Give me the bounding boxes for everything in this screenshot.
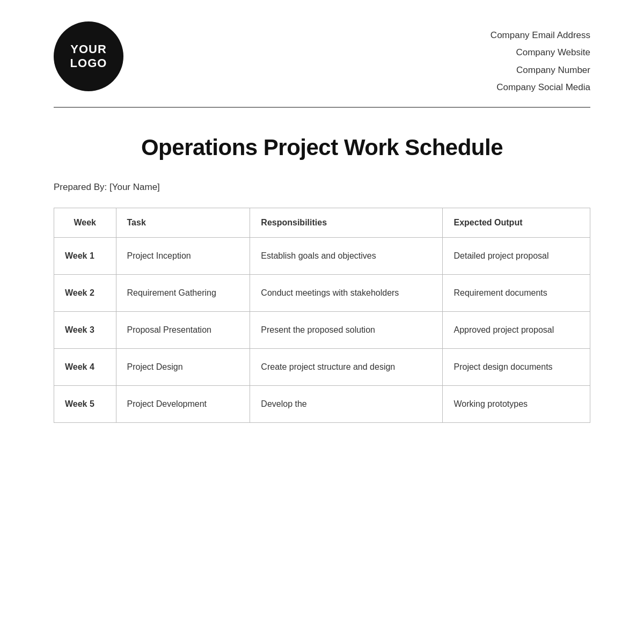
cell-task-1: Requirement Gathering	[116, 275, 250, 312]
cell-expected-output-3: Project design documents	[443, 349, 590, 386]
table-row: Week 5Project DevelopmentDevelop theWork…	[54, 386, 590, 423]
cell-expected-output-2: Approved project proposal	[443, 312, 590, 349]
company-info-item-1: Company Website	[491, 44, 590, 61]
cell-week-2: Week 3	[54, 312, 116, 349]
cell-responsibilities-4: Develop the	[250, 386, 443, 423]
cell-week-0: Week 1	[54, 238, 116, 275]
cell-expected-output-4: Working prototypes	[443, 386, 590, 423]
cell-task-3: Project Design	[116, 349, 250, 386]
cell-responsibilities-0: Establish goals and objectives	[250, 238, 443, 275]
company-info: Company Email AddressCompany WebsiteComp…	[491, 27, 590, 96]
title-section: Operations Project Work Schedule	[54, 135, 590, 160]
col-header-expected-output: Expected Output	[443, 208, 590, 238]
col-header-week: Week	[54, 208, 116, 238]
header: YOUR LOGO Company Email AddressCompany W…	[54, 21, 590, 96]
cell-week-4: Week 5	[54, 386, 116, 423]
company-info-item-3: Company Social Media	[491, 79, 590, 96]
table-row: Week 4Project DesignCreate project struc…	[54, 349, 590, 386]
company-info-item-0: Company Email Address	[491, 27, 590, 44]
col-header-task: Task	[116, 208, 250, 238]
header-divider	[54, 107, 590, 108]
logo: YOUR LOGO	[54, 21, 123, 91]
schedule-table: Week Task Responsibilities Expected Outp…	[54, 208, 590, 423]
table-header-row: Week Task Responsibilities Expected Outp…	[54, 208, 590, 238]
cell-responsibilities-3: Create project structure and design	[250, 349, 443, 386]
table-row: Week 2Requirement GatheringConduct meeti…	[54, 275, 590, 312]
cell-responsibilities-2: Present the proposed solution	[250, 312, 443, 349]
page: YOUR LOGO Company Email AddressCompany W…	[0, 0, 644, 644]
prepared-by: Prepared By: [Your Name]	[54, 182, 590, 193]
table-row: Week 1Project InceptionEstablish goals a…	[54, 238, 590, 275]
company-info-item-2: Company Number	[491, 62, 590, 79]
cell-responsibilities-1: Conduct meetings with stakeholders	[250, 275, 443, 312]
table-row: Week 3Proposal PresentationPresent the p…	[54, 312, 590, 349]
cell-task-2: Proposal Presentation	[116, 312, 250, 349]
cell-task-0: Project Inception	[116, 238, 250, 275]
page-title: Operations Project Work Schedule	[54, 135, 590, 160]
cell-expected-output-1: Requirement documents	[443, 275, 590, 312]
logo-line2: LOGO	[70, 56, 107, 70]
cell-week-1: Week 2	[54, 275, 116, 312]
cell-task-4: Project Development	[116, 386, 250, 423]
cell-expected-output-0: Detailed project proposal	[443, 238, 590, 275]
logo-line1: YOUR	[70, 42, 107, 56]
cell-week-3: Week 4	[54, 349, 116, 386]
col-header-responsibilities: Responsibilities	[250, 208, 443, 238]
